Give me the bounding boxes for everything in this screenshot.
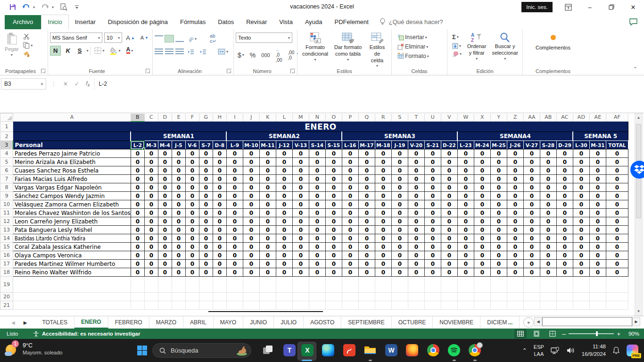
grid-cell[interactable] [309, 301, 325, 310]
grid-cell[interactable]: 0 [259, 260, 276, 268]
grid-cell[interactable]: 0 [131, 200, 144, 209]
word-icon[interactable]: W [385, 344, 397, 356]
grid-cell[interactable]: 0 [144, 251, 158, 260]
grid-cell[interactable]: 0 [213, 183, 226, 192]
format-as-table-button[interactable]: Dar formato como tabla▾ [331, 31, 365, 69]
grid-cell[interactable]: 0 [199, 183, 213, 192]
grid-cell[interactable]: 0 [391, 166, 408, 175]
grid-cell[interactable] [172, 301, 185, 310]
borders-icon[interactable]: ▾ [92, 47, 106, 55]
grid-cell[interactable]: 0 [358, 226, 375, 234]
grid-cell[interactable]: 0 [457, 251, 474, 260]
grid-cell[interactable]: 0 [424, 243, 441, 251]
grid-cell[interactable]: 0 [226, 251, 243, 260]
ribbon-tab-pdfelement[interactable]: PDFelement [329, 15, 375, 29]
grid-cell[interactable]: 0 [441, 251, 457, 260]
grid-cell[interactable]: 0 [172, 192, 185, 200]
grid-cell[interactable] [375, 277, 391, 293]
grid-cell[interactable]: 0 [408, 268, 424, 277]
grid-cell[interactable]: 0 [131, 192, 144, 200]
grid-cell[interactable]: 0 [474, 192, 490, 200]
alignment-dialog-launcher[interactable] [227, 69, 231, 74]
day-header-cell[interactable]: S-15 [325, 141, 342, 149]
grid-cell[interactable]: 0 [185, 158, 199, 166]
sign-in-button[interactable]: Inic. ses. [521, 2, 553, 12]
grid-cell[interactable]: 0 [589, 234, 606, 243]
accessibility-status[interactable]: Accesibilidad: es necesario investigar [33, 331, 140, 337]
grid-cell[interactable]: 0 [523, 251, 540, 260]
grid-cell[interactable]: 0 [259, 158, 276, 166]
grid-cell[interactable] [589, 293, 606, 301]
grid-cell[interactable]: 0 [199, 251, 213, 260]
grid-cell[interactable]: 0 [158, 183, 172, 192]
grid-cell[interactable]: 0 [226, 217, 243, 226]
grid-cell[interactable] [441, 293, 457, 301]
grid-cell[interactable] [424, 293, 441, 301]
grid-cell[interactable]: 0 [131, 158, 144, 166]
grid-cell[interactable]: 0 [158, 243, 172, 251]
grid-cell[interactable]: 0 [213, 243, 226, 251]
grid-cell[interactable]: 0 [213, 166, 226, 175]
normal-view-icon[interactable] [514, 329, 527, 338]
grid-cell[interactable]: 0 [226, 234, 243, 243]
grid-cell[interactable]: 0 [158, 217, 172, 226]
grid-cell[interactable]: 0 [199, 149, 213, 158]
grid-cell[interactable]: 0 [243, 217, 259, 226]
grid-cell[interactable]: 0 [556, 192, 573, 200]
grid-cell[interactable] [606, 301, 628, 310]
align-bottom-icon[interactable] [175, 35, 184, 42]
grid-cell[interactable]: 0 [158, 260, 172, 268]
grid-cell[interactable]: 0 [144, 200, 158, 209]
sheet-tab-julio[interactable]: JULIO [274, 316, 304, 329]
grid-cell[interactable]: 0 [325, 209, 342, 217]
grid-cell[interactable]: 0 [358, 268, 375, 277]
column-header-AB[interactable]: AB [540, 114, 556, 122]
cell-styles-button[interactable]: Estilos de celda▾ [365, 31, 389, 69]
grid-cell[interactable]: 0 [540, 217, 556, 226]
grid-cell[interactable] [309, 293, 325, 301]
tell-me-box[interactable]: ¿Qué desea hacer? [375, 18, 448, 29]
ribbon-tab-vista[interactable]: Vista [273, 15, 299, 29]
row-header-5[interactable]: 5 [0, 158, 13, 166]
grid-cell[interactable]: 0 [573, 251, 589, 260]
grid-cell[interactable] [243, 293, 259, 301]
grid-cell[interactable]: 0 [490, 200, 507, 209]
grid-cell[interactable]: 0 [342, 226, 358, 234]
column-header-Z[interactable]: Z [507, 114, 523, 122]
grid-cell[interactable]: 0 [540, 268, 556, 277]
grid-cell[interactable] [309, 277, 325, 293]
grid-cell[interactable]: 0 [490, 226, 507, 234]
grid-cell[interactable]: 0 [309, 149, 325, 158]
paste-button[interactable]: Pegar▾ [2, 31, 21, 58]
zoom-in-icon[interactable]: + [617, 330, 620, 337]
grid-cell[interactable]: 0 [131, 166, 144, 175]
grid-cell[interactable]: 0 [185, 251, 199, 260]
grid-cell[interactable] [507, 293, 523, 301]
grid-cell[interactable]: 0 [523, 158, 540, 166]
grid-cell[interactable]: 0 [408, 175, 424, 183]
grid-cell[interactable]: 0 [556, 268, 573, 277]
column-header-P[interactable]: P [342, 114, 358, 122]
grid-cell[interactable]: 0 [199, 175, 213, 183]
grid-cell[interactable]: 0 [507, 166, 523, 175]
grid-cell[interactable] [507, 301, 523, 310]
grid-cell[interactable] [226, 301, 243, 310]
increase-decimal-icon[interactable]: ←​,0,00 [274, 47, 284, 63]
grid-cell[interactable]: 0 [490, 217, 507, 226]
font-name-select[interactable]: MS Sans Serif▾ [50, 33, 102, 43]
grid-cell[interactable]: 0 [375, 209, 391, 217]
grid-cell[interactable]: 0 [523, 183, 540, 192]
grid-cell[interactable] [474, 293, 490, 301]
grid-cell[interactable]: 0 [507, 192, 523, 200]
grid-cell[interactable]: 0 [556, 175, 573, 183]
grid-cell[interactable]: 0 [540, 260, 556, 268]
grid-cell[interactable]: 0 [144, 226, 158, 234]
column-header-M[interactable]: M [292, 114, 309, 122]
vertical-scrollbar[interactable]: ▲ ▼ [635, 113, 643, 316]
copy-icon[interactable]: ▾ [21, 41, 34, 49]
grid-cell[interactable] [199, 293, 213, 301]
week-header-cell[interactable]: SEMANA3 [342, 132, 457, 141]
grid-cell[interactable]: 0 [358, 251, 375, 260]
grid-cell[interactable]: 0 [243, 175, 259, 183]
grid-cell[interactable]: 0 [457, 166, 474, 175]
